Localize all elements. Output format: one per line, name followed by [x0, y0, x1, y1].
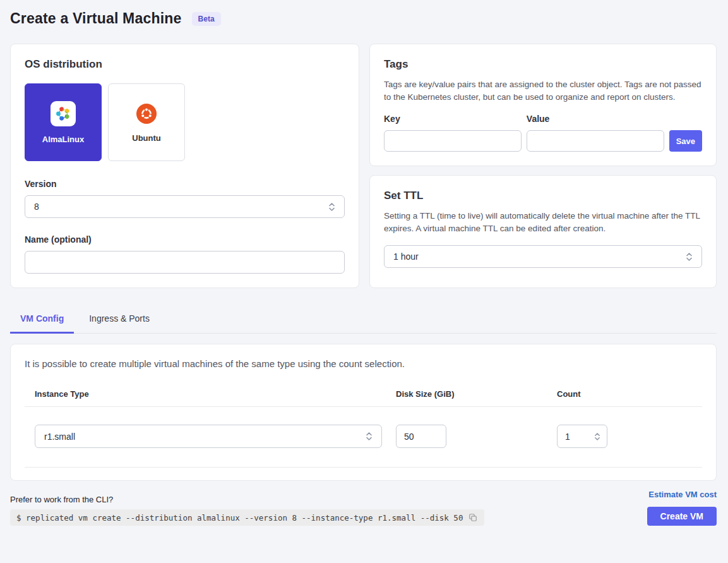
tag-key-label: Key — [384, 114, 522, 124]
create-vm-page: Create a Virtual Machine Beta OS distrib… — [0, 0, 728, 526]
tag-value-label: Value — [527, 114, 664, 124]
tab-bar: VM Config Ingress & Ports — [10, 307, 717, 334]
count-value: 1 — [565, 432, 570, 442]
name-label: Name (optional) — [25, 234, 345, 245]
tag-fields: Key Value Save — [384, 114, 702, 152]
ubuntu-logo-icon — [135, 102, 158, 125]
name-input[interactable] — [25, 251, 345, 274]
count-cell: 1 — [557, 425, 702, 448]
vm-config-card: It is possible to create multiple virtua… — [10, 344, 717, 481]
os-card-title: OS distribution — [25, 58, 345, 71]
page-title: Create a Virtual Machine — [10, 10, 182, 27]
ttl-select-value: 1 hour — [393, 251, 419, 262]
cli-command: $ replicated vm create --distribution al… — [16, 513, 463, 523]
chevron-up-down-icon — [686, 251, 693, 262]
cli-codeblock: $ replicated vm create --distribution al… — [10, 509, 484, 526]
set-ttl-card: Set TTL Setting a TTL (time to live) wil… — [369, 175, 717, 288]
vm-table-row: r1.small 1 — [25, 406, 702, 468]
os-tile-ubuntu[interactable]: Ubuntu — [108, 83, 185, 161]
save-tag-button[interactable]: Save — [669, 130, 702, 152]
tag-value-input[interactable] — [527, 130, 664, 152]
estimate-vm-cost-link[interactable]: Estimate VM cost — [648, 490, 717, 499]
version-select[interactable]: 8 — [25, 195, 345, 218]
version-label: Version — [25, 179, 345, 189]
tags-card: Tags Tags are key/value pairs that are a… — [369, 44, 717, 166]
ttl-card-description: Setting a TTL (time to live) will automa… — [384, 210, 702, 235]
disk-size-cell — [396, 425, 557, 448]
column-header-count: Count — [557, 389, 702, 399]
page-footer: Prefer to work from the CLI? $ replicate… — [10, 490, 717, 526]
os-tiles: AlmaLinux Ub — [25, 83, 345, 161]
create-vm-button[interactable]: Create VM — [647, 507, 717, 526]
top-grid: OS distribution — [10, 44, 717, 288]
cli-prompt: Prefer to work from the CLI? — [10, 495, 484, 504]
tab-vm-config[interactable]: VM Config — [10, 307, 74, 334]
tag-key-input[interactable] — [384, 130, 522, 152]
ttl-select[interactable]: 1 hour — [384, 245, 702, 268]
vm-table-header: Instance Type Disk Size (GiB) Count — [25, 389, 702, 406]
column-header-disk-size: Disk Size (GiB) — [396, 389, 557, 399]
page-header: Create a Virtual Machine Beta — [10, 9, 717, 27]
cli-block: Prefer to work from the CLI? $ replicate… — [10, 495, 484, 526]
tag-key-field: Key — [384, 114, 522, 152]
copy-icon[interactable] — [468, 512, 478, 523]
ttl-card-title: Set TTL — [384, 190, 702, 202]
os-tile-ubuntu-label: Ubuntu — [132, 133, 160, 143]
disk-size-input[interactable] — [396, 425, 446, 448]
chevron-up-down-icon — [328, 202, 335, 212]
chevron-up-down-icon — [366, 431, 373, 442]
column-header-instance-type: Instance Type — [35, 389, 396, 399]
right-column: Tags Tags are key/value pairs that are a… — [369, 44, 717, 288]
chevron-up-down-icon — [594, 432, 600, 442]
tag-value-field: Value — [527, 114, 664, 152]
count-stepper[interactable]: 1 — [557, 425, 607, 448]
os-distribution-card: OS distribution — [10, 44, 359, 288]
os-tile-almalinux[interactable]: AlmaLinux — [25, 83, 102, 161]
tab-ingress-ports[interactable]: Ingress & Ports — [79, 307, 160, 334]
instance-type-cell: r1.small — [35, 425, 396, 448]
version-select-value: 8 — [34, 202, 39, 212]
vm-config-note: It is possible to create multiple virtua… — [25, 358, 702, 369]
footer-actions: Estimate VM cost Create VM — [647, 490, 717, 526]
instance-type-select[interactable]: r1.small — [35, 425, 382, 448]
tags-card-title: Tags — [384, 58, 702, 71]
tags-card-description: Tags are key/value pairs that are assign… — [384, 78, 702, 104]
os-tile-almalinux-label: AlmaLinux — [42, 135, 84, 144]
almalinux-logo-icon — [51, 101, 76, 126]
beta-badge: Beta — [192, 12, 221, 26]
instance-type-value: r1.small — [44, 432, 75, 442]
